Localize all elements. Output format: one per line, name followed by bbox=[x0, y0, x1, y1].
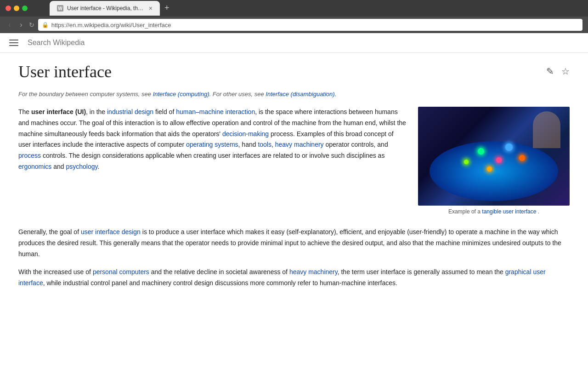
search-input[interactable] bbox=[28, 39, 579, 47]
bookmark-button[interactable]: ☆ bbox=[561, 66, 570, 77]
link-industrial-design[interactable]: industrial design bbox=[107, 108, 153, 115]
link-ergonomics[interactable]: ergonomics bbox=[18, 163, 51, 170]
link-operating-systems[interactable]: operating systems bbox=[186, 141, 238, 148]
page-title-row: User interface ✎ ☆ bbox=[18, 62, 570, 81]
hatnote: For the boundary between computer system… bbox=[18, 91, 570, 98]
infobox-image bbox=[418, 107, 570, 206]
caption-link-tangible-ui[interactable]: tangible user interface bbox=[482, 208, 536, 215]
traffic-lights bbox=[6, 6, 28, 11]
back-button[interactable]: ‹ bbox=[6, 20, 13, 30]
tab-title: User interface - Wikipedia, the... bbox=[67, 5, 145, 12]
link-decision-making[interactable]: decision-making bbox=[222, 130, 269, 138]
glow-dot-2 bbox=[496, 157, 502, 163]
wiki-header bbox=[0, 33, 588, 53]
caption-text-after: . bbox=[538, 208, 539, 215]
link-psychology[interactable]: psychology bbox=[66, 163, 98, 170]
maximize-window-button[interactable] bbox=[22, 6, 28, 11]
bold-term: user interface (UI) bbox=[31, 108, 86, 115]
address-bar: ‹ › ↻ 🔒 https://en.m.wikipedia.org/wiki/… bbox=[0, 17, 588, 33]
hatnote-text-2: For other uses, see bbox=[213, 91, 266, 98]
link-ui-design[interactable]: user interface design bbox=[81, 228, 141, 236]
article-body-text: The user interface (UI), in the industri… bbox=[18, 107, 407, 218]
glow-dot-6 bbox=[464, 160, 469, 164]
paragraph-2: Generally, the goal of user interface de… bbox=[18, 227, 570, 259]
glow-dot-5 bbox=[519, 155, 525, 161]
minimize-window-button[interactable] bbox=[14, 6, 19, 11]
link-heavy-machinery-2[interactable]: heavy machinery bbox=[289, 268, 338, 276]
forward-button[interactable]: › bbox=[17, 20, 25, 30]
paragraph-1: The user interface (UI), in the industri… bbox=[18, 107, 407, 172]
main-section: The user interface (UI), in the industri… bbox=[18, 107, 570, 218]
link-tools[interactable]: tools bbox=[258, 141, 271, 148]
hamburger-line-1 bbox=[9, 40, 18, 40]
tab-favicon: W bbox=[57, 5, 63, 12]
title-bar: W User interface - Wikipedia, the... × + bbox=[0, 0, 588, 17]
page-title: User interface bbox=[18, 62, 112, 81]
infobox: Example of a tangible user interface . bbox=[418, 107, 570, 218]
security-lock-icon: 🔒 bbox=[42, 22, 49, 28]
table-glow bbox=[430, 141, 558, 201]
close-window-button[interactable] bbox=[6, 6, 11, 11]
glow-dot-1 bbox=[478, 148, 484, 155]
tab-close-button[interactable]: × bbox=[149, 5, 153, 12]
hamburger-line-3 bbox=[9, 45, 18, 46]
menu-button[interactable] bbox=[9, 40, 18, 46]
hamburger-line-2 bbox=[9, 42, 18, 43]
new-tab-button[interactable]: + bbox=[161, 1, 173, 15]
url-bar[interactable]: 🔒 https://en.m.wikipedia.org/wiki/User_i… bbox=[38, 19, 582, 31]
article-content: User interface ✎ ☆ For the boundary betw… bbox=[0, 53, 588, 315]
link-heavy-machinery-1[interactable]: heavy machinery bbox=[275, 141, 324, 148]
hatnote-link-disambiguation[interactable]: Interface (disambiguation). bbox=[266, 91, 336, 98]
edit-button[interactable]: ✎ bbox=[546, 66, 554, 77]
page-actions: ✎ ☆ bbox=[546, 62, 570, 77]
browser-window: W User interface - Wikipedia, the... × +… bbox=[0, 0, 588, 368]
paragraph-3: With the increased use of personal compu… bbox=[18, 267, 570, 289]
link-process[interactable]: process bbox=[18, 152, 41, 159]
hatnote-text: For the boundary between computer system… bbox=[18, 91, 153, 98]
hatnote-link-computing[interactable]: Interface (computing). bbox=[153, 91, 211, 98]
url-text: https://en.m.wikipedia.org/wiki/User_int… bbox=[51, 22, 171, 29]
link-hmi[interactable]: human–machine interaction bbox=[176, 108, 255, 115]
browser-tab-active[interactable]: W User interface - Wikipedia, the... × bbox=[50, 1, 160, 16]
glow-dot-3 bbox=[505, 144, 513, 151]
refresh-button[interactable]: ↻ bbox=[29, 21, 34, 29]
infobox-caption: Example of a tangible user interface . bbox=[418, 206, 570, 218]
person-silhouette bbox=[533, 111, 560, 148]
glow-dot-4 bbox=[487, 167, 492, 172]
link-personal-computers[interactable]: personal computers bbox=[93, 268, 149, 276]
caption-text-before: Example of a bbox=[448, 208, 482, 215]
wikipedia-page: User interface ✎ ☆ For the boundary betw… bbox=[0, 33, 588, 368]
